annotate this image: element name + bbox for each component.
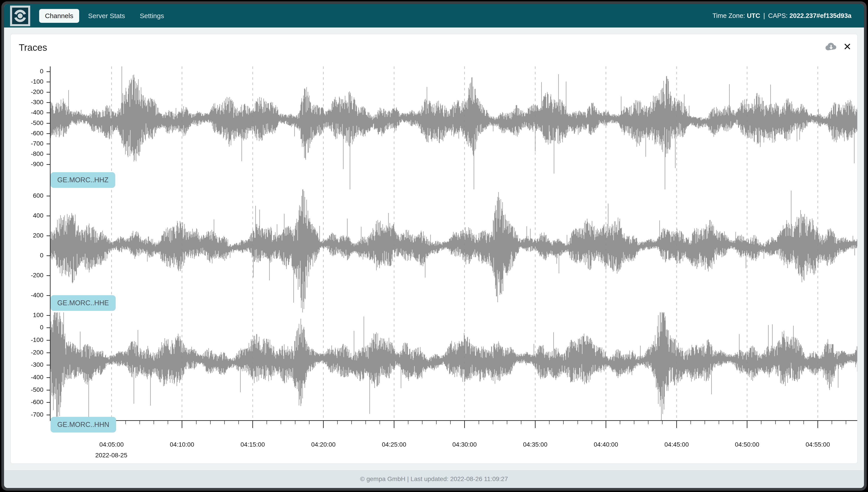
channel-badge-hhz[interactable]: GE.MORC..HHZ — [51, 172, 115, 188]
channel-badge-hhn[interactable]: GE.MORC..HHN — [51, 417, 116, 433]
tab-settings[interactable]: Settings — [134, 9, 170, 23]
app-logo[interactable] — [10, 6, 30, 26]
window-frame: Channels Server Stats Settings Time Zone… — [1, 1, 867, 491]
caps-label: CAPS: — [768, 12, 788, 19]
channel-badge-hhe[interactable]: GE.MORC..HHE — [51, 295, 116, 311]
page-title: Traces — [19, 42, 47, 53]
app-content: Channels Server Stats Settings Time Zone… — [4, 4, 864, 488]
gempa-caps-logo-icon — [10, 6, 30, 26]
separator: | — [760, 12, 768, 19]
tab-server-stats[interactable]: Server Stats — [82, 9, 131, 23]
close-button[interactable]: ✕ — [843, 42, 851, 52]
top-navbar: Channels Server Stats Settings Time Zone… — [4, 4, 864, 27]
footer-bar: © gempa GmbH | Last updated: 2022-08-26 … — [4, 470, 864, 488]
cloud-download-icon — [825, 42, 837, 51]
timezone-value: UTC — [747, 12, 760, 19]
panel-actions: ✕ — [825, 42, 851, 52]
tab-channels[interactable]: Channels — [39, 9, 79, 23]
close-icon: ✕ — [843, 42, 851, 52]
timezone-label: Time Zone: — [713, 12, 745, 19]
app-window: Channels Server Stats Settings Time Zone… — [0, 0, 868, 492]
traces-panel: Traces ✕ GE.MORC..HHZ GE.MORC..HHE — [10, 34, 858, 464]
footer-text: © gempa GmbH | Last updated: 2022-08-26 … — [360, 475, 508, 483]
download-button[interactable] — [825, 42, 837, 51]
caps-version-value: 2022.237#ef135d93a — [790, 12, 851, 19]
traces-chart-canvas[interactable] — [11, 34, 858, 464]
server-info: Time Zone: UTC|CAPS: 2022.237#ef135d93a — [713, 12, 851, 20]
nav-tabs: Channels Server Stats Settings — [39, 9, 170, 23]
